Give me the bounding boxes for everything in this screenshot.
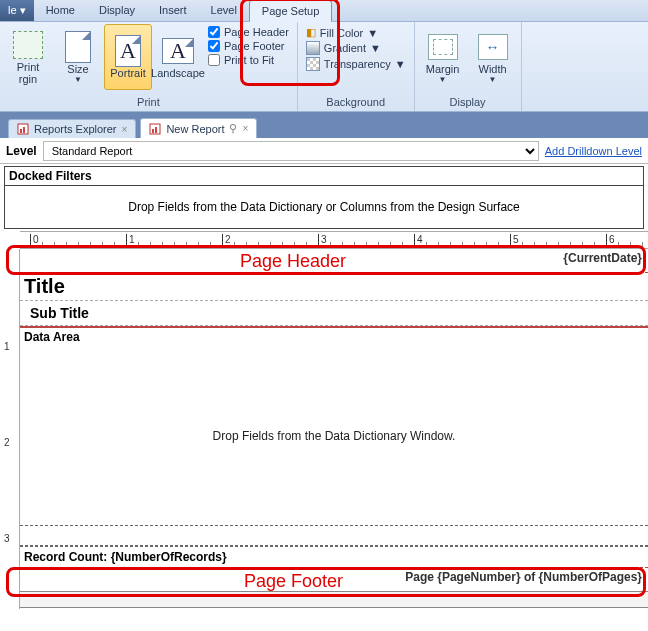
design-canvas[interactable]: {CurrentDate} Title Sub Title Data Area … — [20, 249, 648, 609]
subtitle-band[interactable]: Sub Title — [20, 301, 648, 326]
ruler-horizontal: 0123456 — [20, 231, 648, 249]
svg-rect-4 — [152, 129, 154, 133]
ribbon: Print rgin Size ▼ A Portrait A Landscape… — [0, 22, 648, 112]
svg-rect-5 — [155, 127, 157, 133]
group-print: Print rgin Size ▼ A Portrait A Landscape… — [0, 22, 298, 111]
title-band[interactable]: Title — [20, 273, 648, 301]
group-background-title: Background — [302, 95, 410, 109]
app-menu[interactable]: le ▾ — [0, 0, 34, 21]
chevron-down-icon: ▼ — [370, 42, 381, 54]
record-count-band[interactable]: Record Count: {NumberOfRecords} — [20, 546, 648, 568]
transparency-icon — [306, 57, 320, 71]
page-footer-checkbox[interactable]: Page Footer — [208, 40, 289, 52]
level-select[interactable]: Standard Report — [43, 141, 539, 161]
report-icon — [149, 123, 161, 135]
page-header-band[interactable]: {CurrentDate} — [20, 249, 648, 273]
chevron-down-icon: ▼ — [74, 75, 82, 84]
page-header-checkbox[interactable]: Page Header — [208, 26, 289, 38]
fill-color-button[interactable]: ◧ Fill Color ▼ — [306, 26, 406, 39]
report-icon — [17, 123, 29, 135]
docked-filters[interactable]: Docked Filters Drop Fields from the Data… — [4, 166, 644, 229]
chevron-down-icon: ▼ — [439, 75, 447, 84]
pin-icon[interactable]: ⚲ — [229, 122, 237, 135]
print-to-fit-checkbox[interactable]: Print to Fit — [208, 54, 289, 66]
doc-tab-reports-explorer[interactable]: Reports Explorer × — [8, 119, 136, 138]
group-background: ◧ Fill Color ▼ Gradient ▼ Transparency ▼… — [298, 22, 415, 111]
landscape-button[interactable]: A Landscape — [154, 24, 202, 90]
transparency-button[interactable]: Transparency ▼ — [306, 57, 406, 71]
doc-tab-new-report[interactable]: New Report ⚲ × — [140, 118, 257, 138]
data-area-label: Data Area — [20, 326, 648, 346]
tab-page-setup[interactable]: Page Setup — [249, 0, 333, 22]
ribbon-tabs: le ▾ Home Display Insert Level Page Setu… — [0, 0, 648, 22]
tab-insert[interactable]: Insert — [147, 0, 199, 21]
docked-filters-title: Docked Filters — [5, 167, 643, 186]
print-to-fit-checkbox-input[interactable] — [208, 54, 220, 66]
ruler-vertical: 123 — [0, 249, 20, 609]
designer: Docked Filters Drop Fields from the Data… — [0, 166, 648, 609]
gradient-button[interactable]: Gradient ▼ — [306, 41, 406, 55]
group-display-title: Display — [419, 95, 517, 109]
width-button[interactable]: Width ▼ — [469, 24, 517, 90]
width-icon — [477, 31, 509, 63]
page-header-current-date: {CurrentDate} — [563, 251, 642, 265]
document-tabs: Reports Explorer × New Report ⚲ × — [0, 112, 648, 138]
portrait-icon: A — [112, 35, 144, 67]
size-button[interactable]: Size ▼ — [54, 24, 102, 90]
page-footer-page-number: Page {PageNumber} of {NumberOfPages} — [405, 570, 642, 584]
landscape-icon: A — [162, 35, 194, 67]
data-area-body[interactable]: Drop Fields from the Data Dictionary Win… — [20, 346, 648, 526]
level-label: Level — [6, 144, 37, 158]
fill-bucket-icon: ◧ — [306, 26, 316, 39]
chevron-down-icon: ▼ — [489, 75, 497, 84]
close-icon[interactable]: × — [122, 124, 128, 135]
tab-display[interactable]: Display — [87, 0, 147, 21]
print-options: Page Header Page Footer Print to Fit — [204, 24, 293, 68]
tab-home[interactable]: Home — [34, 0, 87, 21]
page-icon — [62, 31, 94, 63]
select-area-icon — [12, 29, 44, 61]
margin-icon — [427, 31, 459, 63]
level-bar: Level Standard Report Add Drilldown Leve… — [0, 138, 648, 164]
svg-rect-1 — [20, 129, 22, 133]
gradient-icon — [306, 41, 320, 55]
group-display: Margin ▼ Width ▼ Display — [415, 22, 522, 111]
page-footer-band[interactable]: Page {PageNumber} of {NumberOfPages} — [20, 568, 648, 592]
docked-filters-hint: Drop Fields from the Data Dictionary or … — [5, 186, 643, 228]
chevron-down-icon: ▼ — [395, 58, 406, 70]
add-drilldown-link[interactable]: Add Drilldown Level — [545, 145, 642, 157]
chevron-down-icon: ▼ — [367, 27, 378, 39]
svg-rect-2 — [23, 127, 25, 133]
print-margin-button[interactable]: Print rgin — [4, 24, 52, 90]
tab-level[interactable]: Level — [199, 0, 249, 21]
close-icon[interactable]: × — [242, 123, 248, 134]
page-footer-checkbox-input[interactable] — [208, 40, 220, 52]
portrait-button[interactable]: A Portrait — [104, 24, 152, 90]
data-area-hint: Drop Fields from the Data Dictionary Win… — [213, 429, 456, 443]
page-header-checkbox-input[interactable] — [208, 26, 220, 38]
group-print-title: Print — [4, 95, 293, 109]
margin-button[interactable]: Margin ▼ — [419, 24, 467, 90]
